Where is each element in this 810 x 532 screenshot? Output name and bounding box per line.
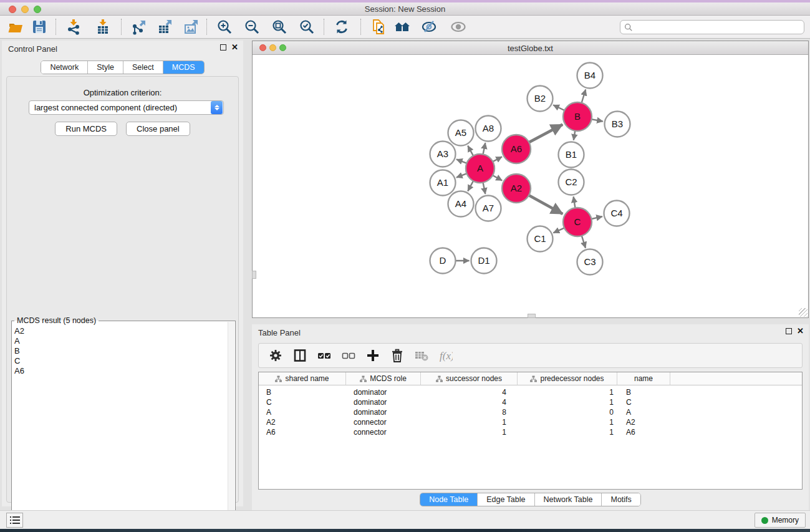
graph-node-A5[interactable]: A5 [448,120,474,146]
table-cell[interactable]: B [259,388,346,397]
mcds-result-list[interactable]: A2ABCA6 [14,326,24,376]
zoom-out-button[interactable] [241,17,263,36]
gear-button[interactable] [269,349,282,362]
table-cell[interactable]: A [617,408,670,417]
tab-motifs[interactable]: Motifs [602,493,640,506]
search-input[interactable] [633,21,804,33]
fx-button[interactable]: f(x) [439,349,453,362]
graph-node-C[interactable]: C [563,208,592,236]
unchecked-boxes-button[interactable] [342,349,355,362]
mcds-result-item[interactable]: B [14,346,24,356]
tab-mcds[interactable]: MCDS [163,61,204,74]
zoom-fit-button[interactable] [269,17,290,36]
table-row[interactable]: A6connector11A6 [259,427,802,437]
graph-node-A[interactable]: A [466,154,494,183]
plus-button[interactable] [366,349,380,362]
column-header-shared-name[interactable]: shared name [259,372,346,385]
table-cell[interactable]: C [259,398,346,407]
table-cell[interactable]: 0 [518,408,617,417]
import-table-button[interactable] [92,17,113,36]
graph-node-A6[interactable]: A6 [502,135,531,163]
column-split-button[interactable] [293,349,307,362]
column-header-successor-nodes[interactable]: successor nodes [421,372,518,385]
trash-button[interactable] [390,349,404,362]
eye-button[interactable] [448,17,469,36]
graph-node-B3[interactable]: B3 [605,112,630,137]
table-cell[interactable]: A2 [617,418,670,427]
mcds-result-item[interactable]: A2 [14,326,24,336]
column-header-MCDS-role[interactable]: MCDS role [346,372,421,385]
table-row[interactable]: Bdominator41B [259,387,802,397]
close-panel-button[interactable]: Close panel [126,122,190,136]
optimization-criterion-dropdown[interactable]: largest connected component (directed) [29,100,224,115]
tab-select[interactable]: Select [123,61,163,74]
graph-node-B1[interactable]: B1 [559,142,584,168]
tab-style[interactable]: Style [88,61,123,74]
clone-network-button[interactable] [369,17,390,36]
table-cell[interactable]: 1 [421,418,518,427]
import-network-button[interactable] [63,17,84,36]
search-field[interactable] [620,20,804,34]
table-cell[interactable]: 8 [421,408,518,417]
table-cell[interactable]: 4 [421,388,518,397]
network-window-titlebar[interactable]: testGlobe.txt [253,41,808,55]
graph-node-C1[interactable]: C1 [528,226,553,252]
home-button[interactable] [392,17,413,36]
tab-network[interactable]: Network [41,61,88,74]
table-cell[interactable]: 4 [421,398,518,407]
mcds-result-item[interactable]: A6 [14,366,24,376]
graph-node-A1[interactable]: A1 [430,170,456,196]
mcds-result-item[interactable]: C [14,356,24,366]
column-header-predecessor-nodes[interactable]: predecessor nodes [518,372,617,385]
network-graph[interactable]: B4B2BB3A8A5A6A3B1AA1C2A2A4A7C4CC1DD1C3 [253,56,808,317]
open-session-folder-button[interactable] [5,17,26,36]
table-row[interactable]: Cdominator41C [259,397,802,407]
table-cell[interactable]: A2 [259,418,346,427]
save-session-button[interactable] [29,17,50,36]
table-cell[interactable]: connector [346,428,421,437]
table-cell[interactable]: 1 [518,418,617,427]
network-canvas[interactable]: B4B2BB3A8A5A6A3B1AA1C2A2A4A7C4CC1DD1C3 [253,56,808,317]
table-cell[interactable]: dominator [346,398,421,407]
table-row[interactable]: Adominator80A [259,407,802,417]
export-table-button[interactable] [155,17,176,36]
table-cell[interactable]: 1 [421,428,518,437]
task-history-button[interactable] [6,513,23,528]
checked-boxes-button[interactable] [317,349,331,362]
graph-node-D1[interactable]: D1 [471,248,497,274]
graph-node-B[interactable]: B [563,102,592,131]
split-divider-handle[interactable] [528,314,536,318]
graph-node-B2[interactable]: B2 [528,86,553,112]
close-panel-icon[interactable]: ✕ [797,328,804,334]
table-cell[interactable]: connector [346,418,421,427]
table-cell[interactable]: 1 [518,388,617,397]
refresh-layout-button[interactable] [331,17,352,36]
table-cell[interactable]: dominator [346,388,421,397]
memory-button[interactable]: Memory [755,513,806,528]
export-network-button[interactable] [128,17,150,36]
table-cell[interactable]: A [259,408,346,417]
graph-node-A2[interactable]: A2 [502,174,531,203]
graph-node-A3[interactable]: A3 [430,142,456,167]
run-mcds-button[interactable]: Run MCDS [55,122,117,136]
graph-node-C2[interactable]: C2 [559,170,584,195]
graph-node-D[interactable]: D [430,248,456,274]
table-cell[interactable]: 1 [518,428,617,437]
table-cell[interactable]: B [617,388,670,397]
tab-network-table[interactable]: Network Table [535,493,602,506]
table-cell[interactable]: A6 [617,428,670,437]
split-divider-handle[interactable] [252,271,256,279]
table-cell[interactable]: A6 [259,428,346,437]
graph-node-C4[interactable]: C4 [604,201,630,226]
graph-node-C3[interactable]: C3 [577,249,603,275]
graph-node-A4[interactable]: A4 [448,191,474,217]
float-panel-icon[interactable] [786,328,792,334]
table-cell[interactable]: 1 [518,398,617,407]
export-image-button[interactable] [181,17,202,36]
table-cell[interactable]: C [617,398,670,407]
column-header-name[interactable]: name [617,372,670,385]
mcds-result-scrollbar[interactable] [228,322,234,532]
table-row[interactable]: A2connector11A2 [259,417,802,427]
close-panel-icon[interactable]: ✕ [231,44,238,51]
float-panel-icon[interactable] [220,44,226,51]
